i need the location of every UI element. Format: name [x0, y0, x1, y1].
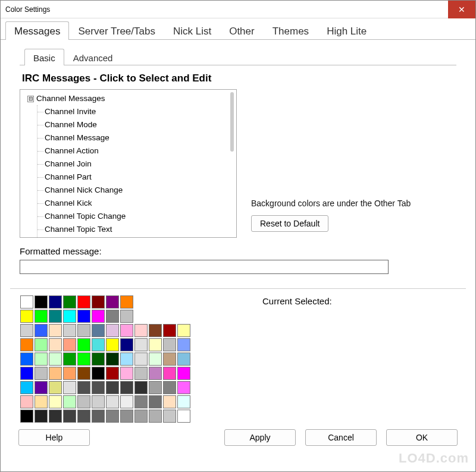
- color-swatch[interactable]: [149, 324, 162, 337]
- color-swatch[interactable]: [149, 338, 162, 351]
- tab-messages[interactable]: Messages: [5, 21, 69, 40]
- tab-other[interactable]: Other: [220, 21, 264, 40]
- color-swatch[interactable]: [92, 367, 105, 380]
- color-swatch[interactable]: [49, 310, 62, 323]
- color-swatch[interactable]: [20, 310, 33, 323]
- color-swatch[interactable]: [92, 295, 105, 309]
- color-swatch[interactable]: [77, 410, 90, 423]
- tree-item[interactable]: Channel Invite: [45, 105, 233, 118]
- tree-item[interactable]: Channel Topic Change: [45, 210, 233, 223]
- color-swatch[interactable]: [20, 324, 33, 337]
- color-swatch[interactable]: [49, 367, 62, 380]
- color-swatch[interactable]: [163, 324, 176, 337]
- tree-item[interactable]: Channel Message: [45, 131, 233, 144]
- color-swatch[interactable]: [177, 410, 190, 423]
- collapse-icon[interactable]: ⊟: [27, 96, 34, 102]
- color-swatch[interactable]: [77, 353, 90, 366]
- color-swatch[interactable]: [163, 410, 176, 423]
- color-swatch[interactable]: [77, 338, 90, 351]
- tree-item[interactable]: Channel Notice: [45, 236, 233, 238]
- apply-button[interactable]: Apply: [224, 429, 296, 446]
- color-swatch[interactable]: [134, 395, 148, 408]
- color-swatch[interactable]: [63, 324, 76, 337]
- color-swatch[interactable]: [134, 353, 148, 366]
- color-swatch[interactable]: [163, 353, 176, 366]
- color-swatch[interactable]: [92, 410, 105, 423]
- color-swatch[interactable]: [134, 381, 148, 394]
- color-swatch[interactable]: [35, 338, 48, 351]
- color-swatch[interactable]: [92, 310, 105, 323]
- color-swatch[interactable]: [134, 338, 148, 351]
- color-swatch[interactable]: [92, 381, 105, 394]
- tree-item[interactable]: Channel Action: [45, 144, 233, 158]
- color-swatch[interactable]: [106, 410, 119, 423]
- color-swatch[interactable]: [177, 353, 190, 366]
- color-swatch[interactable]: [177, 367, 190, 380]
- color-swatch[interactable]: [149, 395, 162, 408]
- color-swatch[interactable]: [134, 410, 148, 423]
- color-swatch[interactable]: [49, 353, 62, 366]
- color-swatch[interactable]: [63, 395, 76, 408]
- color-swatch[interactable]: [49, 410, 62, 423]
- reset-to-default-button[interactable]: Reset to Default: [251, 215, 328, 232]
- color-swatch[interactable]: [35, 367, 48, 380]
- color-swatch[interactable]: [120, 338, 133, 351]
- color-swatch[interactable]: [77, 324, 90, 337]
- color-swatch[interactable]: [77, 367, 90, 380]
- color-swatch[interactable]: [106, 324, 119, 337]
- color-swatch[interactable]: [35, 324, 48, 337]
- color-swatch[interactable]: [120, 353, 133, 366]
- color-swatch[interactable]: [149, 410, 162, 423]
- color-swatch[interactable]: [120, 295, 133, 309]
- color-swatch[interactable]: [106, 381, 119, 394]
- color-swatch[interactable]: [177, 324, 190, 337]
- color-swatch[interactable]: [63, 381, 76, 394]
- color-swatch[interactable]: [35, 295, 48, 309]
- color-swatch[interactable]: [49, 381, 62, 394]
- color-swatch[interactable]: [120, 381, 133, 394]
- color-swatch[interactable]: [20, 381, 33, 394]
- scrollbar-thumb[interactable]: [230, 92, 234, 152]
- color-swatch[interactable]: [120, 410, 133, 423]
- color-swatch[interactable]: [106, 310, 119, 323]
- color-swatch[interactable]: [77, 381, 90, 394]
- tree-root[interactable]: ⊟ Channel Messages: [27, 92, 233, 105]
- color-swatch[interactable]: [106, 367, 119, 380]
- formatted-message-input[interactable]: [20, 260, 389, 274]
- color-swatch[interactable]: [35, 353, 48, 366]
- color-swatch[interactable]: [49, 395, 62, 408]
- color-swatch[interactable]: [20, 367, 33, 380]
- color-swatch[interactable]: [35, 395, 48, 408]
- subtab-basic[interactable]: Basic: [24, 49, 64, 65]
- color-swatch[interactable]: [120, 367, 133, 380]
- color-swatch[interactable]: [20, 353, 33, 366]
- color-swatch[interactable]: [92, 324, 105, 337]
- color-swatch[interactable]: [20, 395, 33, 408]
- tab-themes[interactable]: Themes: [264, 21, 318, 40]
- color-swatch[interactable]: [63, 338, 76, 351]
- color-swatch[interactable]: [63, 310, 76, 323]
- color-swatch[interactable]: [163, 338, 176, 351]
- color-swatch[interactable]: [106, 353, 119, 366]
- tree-item[interactable]: Channel Part: [45, 171, 233, 184]
- tab-nick-list[interactable]: Nick List: [164, 21, 220, 40]
- color-swatch[interactable]: [163, 381, 176, 394]
- color-swatch[interactable]: [63, 295, 76, 309]
- color-swatch[interactable]: [120, 310, 133, 323]
- color-swatch[interactable]: [77, 295, 90, 309]
- color-swatch[interactable]: [35, 381, 48, 394]
- tree-item[interactable]: Channel Nick Change: [45, 184, 233, 197]
- tab-high-lite[interactable]: High Lite: [318, 21, 375, 40]
- color-swatch[interactable]: [106, 395, 119, 408]
- tree-item[interactable]: Channel Kick: [45, 197, 233, 210]
- help-button[interactable]: Help: [18, 429, 90, 446]
- tree-item[interactable]: Channel Topic Text: [45, 223, 233, 236]
- color-swatch[interactable]: [149, 353, 162, 366]
- subtab-advanced[interactable]: Advanced: [64, 49, 122, 65]
- color-swatch[interactable]: [77, 395, 90, 408]
- color-swatch[interactable]: [20, 295, 33, 309]
- color-swatch[interactable]: [49, 295, 62, 309]
- color-swatch[interactable]: [92, 395, 105, 408]
- color-swatch[interactable]: [134, 367, 148, 380]
- color-swatch[interactable]: [49, 338, 62, 351]
